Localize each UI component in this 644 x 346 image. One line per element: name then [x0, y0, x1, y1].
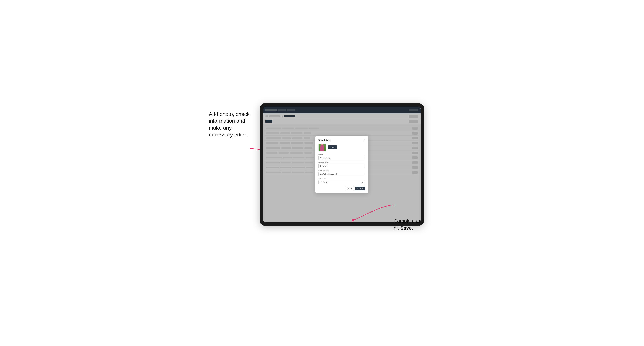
save-label: Save — [359, 187, 363, 189]
school-year-label: School Year — [318, 178, 365, 179]
name-input[interactable] — [318, 156, 365, 160]
user-details-modal: User details × — [316, 136, 368, 193]
modal-title-bar: User details × — [318, 139, 365, 141]
select-icons: × ▲▼ — [360, 181, 364, 183]
avatar-person-body — [320, 145, 324, 151]
upload-photo-button[interactable]: Upload — [328, 146, 337, 149]
display-name-label: Display name — [318, 162, 365, 163]
tablet-screen: User details × — [263, 107, 420, 222]
annotation-right-period: . — [412, 225, 413, 231]
display-name-input[interactable] — [318, 164, 365, 168]
select-chevron-icon: ▲▼ — [362, 182, 364, 183]
annotation-right-line2: hit — [394, 225, 400, 231]
annotation-left: Add photo, check information and make an… — [209, 111, 250, 138]
annotation-right-bold: Save — [400, 225, 412, 231]
email-label: Email address — [318, 170, 365, 172]
user-avatar — [318, 144, 326, 151]
modal-overlay: User details × — [263, 107, 420, 222]
email-input[interactable] — [318, 172, 365, 176]
email-field-group: Email address — [318, 170, 365, 176]
annotation-right: Complete and hit Save. — [394, 218, 435, 231]
scene: Add photo, check information and make an… — [209, 96, 435, 250]
app-background: User details × — [263, 107, 420, 222]
modal-footer: Cancel ⬆ Save — [318, 186, 365, 190]
select-clear-icon[interactable]: × — [360, 181, 362, 183]
cancel-button[interactable]: Cancel — [345, 186, 354, 190]
school-year-field-group: School Year Fourth Year First Year Secon… — [318, 178, 365, 184]
modal-photo-row: Upload — [318, 144, 365, 151]
name-field-group: Name — [318, 153, 365, 160]
name-label: Name — [318, 153, 365, 155]
modal-close-button[interactable]: × — [362, 139, 365, 141]
display-name-field-group: Display name — [318, 162, 365, 168]
save-icon: ⬆ — [357, 187, 358, 189]
school-year-select-wrapper: Fourth Year First Year Second Year Third… — [318, 180, 365, 184]
avatar-person-head — [321, 144, 323, 145]
avatar-figure — [318, 144, 326, 151]
school-year-select[interactable]: Fourth Year First Year Second Year Third… — [318, 180, 365, 184]
modal-title: User details — [318, 139, 330, 141]
annotation-right-line1: Complete and — [394, 218, 424, 224]
tablet-device: User details × — [260, 103, 424, 226]
save-button[interactable]: ⬆ Save — [355, 186, 365, 190]
